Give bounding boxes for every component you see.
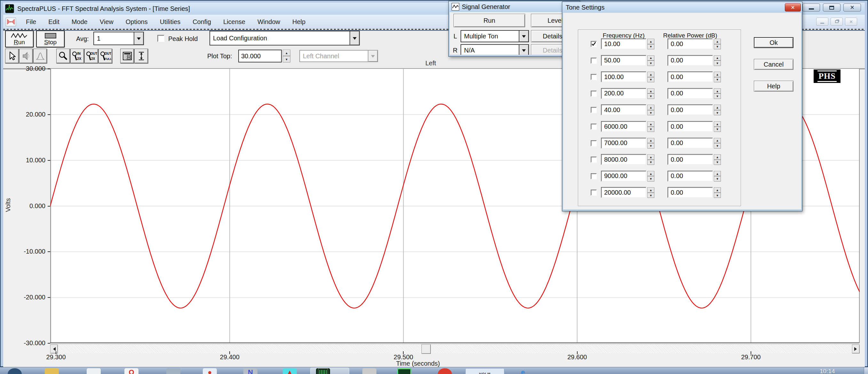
frequency-input[interactable]: 7000.00 [601, 138, 646, 149]
power-spinner[interactable]: ▴▾ [714, 55, 721, 66]
load-configuration-dropdown-button[interactable] [349, 31, 359, 45]
taskbar-orb-icon[interactable] [8, 368, 22, 374]
menu-item-license[interactable]: License [217, 15, 251, 29]
frequency-spinner[interactable]: ▴▾ [647, 72, 654, 82]
spin-down-icon[interactable]: ▾ [714, 44, 721, 50]
frequency-spinner[interactable]: ▴▾ [647, 187, 654, 198]
tone-enable-checkbox[interactable] [591, 74, 597, 80]
spin-down-icon[interactable]: ▾ [647, 176, 654, 181]
mdi-minimize-button[interactable] [816, 18, 828, 26]
taskbar-app-window-icon[interactable] [166, 368, 180, 374]
spin-down-icon[interactable]: ▾ [714, 160, 721, 165]
spin-up-icon[interactable]: ▴ [647, 105, 654, 110]
scroll-right-button[interactable] [852, 345, 860, 353]
zoom-in-2x-button[interactable]: IN2X [70, 49, 84, 63]
spin-up-icon[interactable]: ▴ [714, 138, 721, 143]
spin-down-icon[interactable]: ▾ [647, 44, 654, 50]
spin-up-icon[interactable]: ▴ [647, 39, 654, 44]
spin-up-icon[interactable]: ▴ [647, 171, 654, 176]
spin-down-icon[interactable]: ▾ [714, 143, 721, 149]
power-spinner[interactable]: ▴▾ [714, 138, 721, 149]
power-input[interactable]: 0.00 [668, 55, 713, 66]
menu-item-file[interactable]: File [20, 15, 42, 29]
spin-down-icon[interactable]: ▾ [714, 127, 721, 132]
run-button[interactable]: Run [5, 30, 34, 48]
mdi-close-button[interactable]: ✕ [845, 18, 857, 26]
power-spinner[interactable]: ▴▾ [714, 121, 721, 132]
audio-monitor-button[interactable] [19, 49, 33, 63]
power-spinner[interactable]: ▴▾ [714, 39, 721, 49]
spin-up-icon[interactable]: ▴ [714, 171, 721, 176]
spin-down-icon[interactable]: ▾ [647, 143, 654, 149]
spin-up-icon[interactable]: ▴ [283, 50, 290, 56]
power-input[interactable]: 0.00 [668, 38, 713, 49]
display-options-button[interactable] [120, 49, 134, 63]
close-button[interactable]: ✕ [843, 3, 861, 11]
spin-down-icon[interactable]: ▾ [714, 77, 721, 83]
taskbar[interactable]: 10:14 O●N▲HOLMe [0, 367, 868, 374]
spin-up-icon[interactable]: ▴ [714, 39, 721, 44]
taskbar-photos-icon[interactable]: ● [203, 368, 217, 374]
spin-up-icon[interactable]: ▴ [647, 55, 654, 61]
left-signal-dropdown-button[interactable] [519, 31, 528, 41]
taskbar-opera-icon[interactable]: O [124, 368, 138, 374]
menu-item-mode[interactable]: Mode [66, 15, 94, 29]
tone-enable-checkbox[interactable] [591, 41, 597, 47]
frequency-input[interactable]: 200.00 [601, 88, 646, 99]
right-signal-dropdown-button[interactable] [519, 45, 528, 55]
frequency-input[interactable]: 9000.00 [601, 171, 646, 181]
signal-generator-titlebar[interactable]: Signal Generator [449, 1, 580, 12]
mdi-restore-button[interactable] [831, 18, 843, 26]
frequency-input[interactable]: 100.00 [601, 71, 646, 82]
zoom-tool-button[interactable] [56, 49, 70, 63]
spin-up-icon[interactable]: ▴ [647, 121, 654, 127]
taskbar-spectraplus-icon[interactable] [316, 368, 330, 374]
spin-up-icon[interactable]: ▴ [647, 187, 654, 193]
power-spinner[interactable]: ▴▾ [714, 105, 721, 115]
plot-top-input[interactable]: 30.000 [238, 50, 282, 62]
power-input[interactable]: 0.00 [668, 171, 713, 181]
spin-down-icon[interactable]: ▾ [647, 193, 654, 198]
avg-dropdown-button[interactable] [134, 32, 143, 45]
avg-combobox[interactable]: 1 [93, 32, 144, 45]
tone-settings-close-button[interactable]: ✕ [785, 3, 801, 11]
tone-enable-checkbox[interactable] [591, 91, 597, 97]
menu-item-window[interactable]: Window [251, 15, 286, 29]
taskbar-folder-icon[interactable] [45, 368, 59, 374]
spin-down-icon[interactable]: ▾ [647, 110, 654, 116]
right-signal-combobox[interactable]: N/A [461, 44, 529, 55]
menu-item-edit[interactable]: Edit [42, 15, 65, 29]
frequency-input[interactable]: 8000.00 [601, 154, 646, 165]
power-spinner[interactable]: ▴▾ [714, 154, 721, 165]
menu-item-config[interactable]: Config [186, 15, 217, 29]
power-input[interactable]: 0.00 [668, 154, 713, 165]
tone-enable-checkbox[interactable] [591, 58, 597, 64]
menu-item-help[interactable]: Help [286, 15, 311, 29]
power-spinner[interactable]: ▴▾ [714, 187, 721, 198]
spin-down-icon[interactable]: ▾ [647, 60, 654, 66]
frequency-spinner[interactable]: ▴▾ [647, 88, 654, 99]
spectrum-overlay-button[interactable] [33, 49, 47, 63]
tone-enable-checkbox[interactable] [591, 173, 597, 179]
power-input[interactable]: 0.00 [668, 105, 713, 115]
spin-down-icon[interactable]: ▾ [714, 193, 721, 198]
taskbar-notepad-icon[interactable] [87, 368, 101, 374]
taskbar-gray-app-icon[interactable] [362, 368, 376, 374]
spin-down-icon[interactable]: ▾ [647, 93, 654, 99]
frequency-spinner[interactable]: ▴▾ [647, 39, 654, 49]
spin-down-icon[interactable]: ▾ [714, 110, 721, 116]
power-input[interactable]: 0.00 [668, 187, 713, 198]
frequency-spinner[interactable]: ▴▾ [647, 55, 654, 66]
spin-up-icon[interactable]: ▴ [714, 55, 721, 61]
spin-up-icon[interactable]: ▴ [714, 154, 721, 160]
taskbar-internet-explorer-icon[interactable]: e [516, 368, 530, 374]
menu-item-options[interactable]: Options [120, 15, 154, 29]
frequency-input[interactable]: 50.00 [601, 55, 646, 66]
generator-run-button[interactable]: Run [454, 14, 525, 27]
tone-settings-titlebar[interactable]: Tone Settings ✕ [562, 2, 802, 13]
scroll-left-button[interactable] [50, 345, 58, 353]
power-input[interactable]: 0.00 [668, 88, 713, 99]
horizontal-scrollbar[interactable] [50, 344, 860, 353]
power-input[interactable]: 0.00 [668, 138, 713, 149]
tone-enable-checkbox[interactable] [591, 190, 597, 196]
